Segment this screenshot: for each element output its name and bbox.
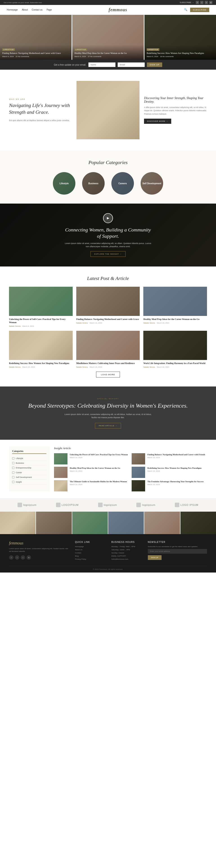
read-article-button[interactable]: READ ARTICLE → <box>95 423 121 429</box>
sidebar-title: Categories <box>12 450 46 454</box>
category-lifestyle[interactable]: Lifestyle <box>53 172 75 194</box>
gallery-item-3[interactable] <box>72 512 108 534</box>
category-business-overlay: Business <box>82 172 105 194</box>
sidebar-item-entrepreneurship[interactable]: Entrepreneurship <box>12 466 46 470</box>
play-button[interactable]: ▶ <box>103 213 113 223</box>
hero-date-3: March 6, 2024 <box>147 56 158 58</box>
sidebar-item-business[interactable]: Business <box>12 461 46 466</box>
categories-sidebar: Categories Lifestyle Business Entreprene… <box>9 446 50 491</box>
popular-title: Popular Categories <box>9 159 207 165</box>
hero-title-2: Healthy Meal Prep Ideas for the Career W… <box>75 52 141 55</box>
discover-button[interactable]: DISCOVER MORE → <box>144 119 171 124</box>
insight-title-1: Unlocking the Power of Self-Care: Practi… <box>70 453 128 456</box>
gallery-item-4[interactable] <box>108 512 144 534</box>
top-bar-right: SUBSCRIBE → f i t in <box>180 1 212 4</box>
insight-item-4[interactable]: Redefining Success: How Women Are Shapin… <box>132 467 207 478</box>
play-icon: ▶ <box>107 216 109 220</box>
footer-email[interactable]: hello@femmous.com <box>111 558 141 560</box>
footer-link-homepage[interactable]: Homepage <box>75 546 105 548</box>
category-business-circle: Business <box>82 172 105 194</box>
sidebar-item-insight[interactable]: Insight <box>12 480 46 485</box>
footer-hours: BUSINESS HOURS Monday – Friday: 9AM – 6P… <box>111 541 141 561</box>
explore-button[interactable]: EXPLORE THE INSIGHT → <box>90 251 126 257</box>
video-content: ▶ Connecting Women, Building a Community… <box>63 213 153 257</box>
post-title-1: Unlocking the Power of Self-Care: Practi… <box>9 318 73 324</box>
category-business[interactable]: Business <box>82 172 105 194</box>
post-card-3[interactable]: Healthy Meal Prep Ideas for the Career W… <box>143 287 207 327</box>
insight-item-6[interactable]: The Feminine Advantage: Harnessing Your … <box>132 480 207 491</box>
email-bar-input-name[interactable] <box>88 62 115 67</box>
hero-comments-3: 18 No comments <box>160 56 173 58</box>
instagram-icon[interactable]: i <box>200 1 204 4</box>
sidebar-item-career[interactable]: Career <box>12 470 46 475</box>
insight-item-5[interactable]: The Ultimate Guide to Sustainable Habits… <box>54 480 129 491</box>
insight-item-3[interactable]: Healthy Meal Prep Ideas for the Career W… <box>54 467 129 478</box>
post-image-5 <box>76 331 140 360</box>
footer-hours-1: Saturday: 10AM – 4PM <box>111 549 141 551</box>
sidebar-item-lifestyle[interactable]: Lifestyle <box>12 456 46 461</box>
insight-thumb-6 <box>132 480 145 491</box>
email-bar-input-email[interactable] <box>118 62 145 67</box>
nav-homepage[interactable]: Homepage <box>7 8 18 11</box>
footer-facebook-icon[interactable]: f <box>9 555 14 560</box>
search-icon[interactable]: 🔍 <box>184 8 187 11</box>
latest-section: Latest Post & Article Unlocking the Powe… <box>0 267 216 386</box>
post-card-1[interactable]: Unlocking the Power of Self-Care: Practi… <box>9 287 73 327</box>
subscribe-link[interactable]: SUBSCRIBE → <box>180 1 194 4</box>
insight-text-6: The Feminine Advantage: Harnessing Your … <box>147 480 204 491</box>
footer-newsletter-button[interactable]: SIGN UP <box>148 555 162 560</box>
post-image-1 <box>9 287 73 316</box>
insight-item-1[interactable]: Unlocking the Power of Self-Care: Practi… <box>54 453 129 464</box>
nav-subscribe-button[interactable]: Subscribe <box>190 8 209 12</box>
sidebar-item-self-development[interactable]: Self Development <box>12 475 46 480</box>
gallery-item-2[interactable] <box>36 512 72 534</box>
footer-link-contact[interactable]: Contact <box>75 552 105 554</box>
insight-item-2[interactable]: Finding Balance: Navigating Motherhood a… <box>132 453 207 464</box>
sidebar-icon-lifestyle <box>12 457 15 460</box>
video-text: Lorem ipsum dolor sit amet, consectetur … <box>63 242 153 248</box>
facebook-icon[interactable]: f <box>196 1 199 4</box>
gallery-item-6[interactable] <box>181 512 216 534</box>
twitter-icon[interactable]: t <box>205 1 208 4</box>
gallery-item-1[interactable] <box>0 512 35 534</box>
footer-newsletter-input[interactable] <box>148 549 207 554</box>
footer-twitter-icon[interactable]: t <box>21 555 25 560</box>
footer-link-blog[interactable]: Blog <box>75 555 105 557</box>
footer-linkedin-icon[interactable]: in <box>27 555 31 560</box>
nav-contact[interactable]: Contact us <box>32 8 43 11</box>
insight-title-5: The Ultimate Guide to Sustainable Habits… <box>70 480 127 483</box>
post-card-6[interactable]: Work Life Integration: Finding Harmony i… <box>143 331 207 368</box>
footer-newsletter: NEWSLETTER Subscribe to our newsletter t… <box>148 541 207 561</box>
hero-item-2[interactable]: LIFESTYLE Healthy Meal Prep Ideas for th… <box>72 15 144 60</box>
footer-link-privacy[interactable]: Privacy Policy <box>75 558 105 560</box>
gallery-strip <box>0 512 216 534</box>
post-card-5[interactable]: Mindfulness Matters: Cultivating Inner P… <box>76 331 140 368</box>
sidebar-icon-insight <box>12 481 15 483</box>
post-title-5: Mindfulness Matters: Cultivating Inner P… <box>76 362 140 365</box>
hero-item-1[interactable]: LIFESTYLE Finding Balance: Navigating Mo… <box>0 15 72 60</box>
category-careers[interactable]: Careers <box>111 172 134 194</box>
gallery-item-5[interactable] <box>144 512 180 534</box>
partner-name-2: LOGOIPSUM <box>62 503 79 506</box>
footer-desc: Lorem ipsum dolor sit amet, consectetur … <box>9 547 68 553</box>
insight-thumb-5 <box>54 480 68 491</box>
nav-page[interactable]: Page <box>47 8 52 11</box>
post-card-2[interactable]: Finding Balance: Navigating Motherhood a… <box>76 287 140 327</box>
hero-title-3: Redefining Success: How Women Are Shapin… <box>147 52 214 55</box>
email-bar-signup-button[interactable]: SIGN UP <box>147 62 162 67</box>
footer-instagram-icon[interactable]: i <box>15 555 19 560</box>
navigation: Homepage About Contact us Page femmous 🔍… <box>0 5 216 15</box>
post-card-4[interactable]: Redefining Success: How Women Are Shapin… <box>9 331 73 368</box>
footer-brand: femmous Lorem ipsum dolor sit amet, cons… <box>9 541 68 561</box>
nav-about[interactable]: About <box>22 8 28 11</box>
insight-section: Categories Lifestyle Business Entreprene… <box>0 440 216 498</box>
footer-social: f i t in <box>9 555 68 560</box>
category-self-development[interactable]: Self Development <box>141 172 163 194</box>
load-more-button[interactable]: LOAD MORE <box>96 372 120 377</box>
linkedin-icon[interactable]: in <box>209 1 212 4</box>
footer-link-about[interactable]: About Us <box>75 549 105 551</box>
hero-date-2: March 6, 2024 <box>75 56 86 58</box>
post-image-4 <box>9 331 73 360</box>
hero-item-3[interactable]: LIFESTYLE Redefining Success: How Women … <box>144 15 216 60</box>
post-meta-4: Natalie Simms March 10, 2024 <box>9 366 73 368</box>
